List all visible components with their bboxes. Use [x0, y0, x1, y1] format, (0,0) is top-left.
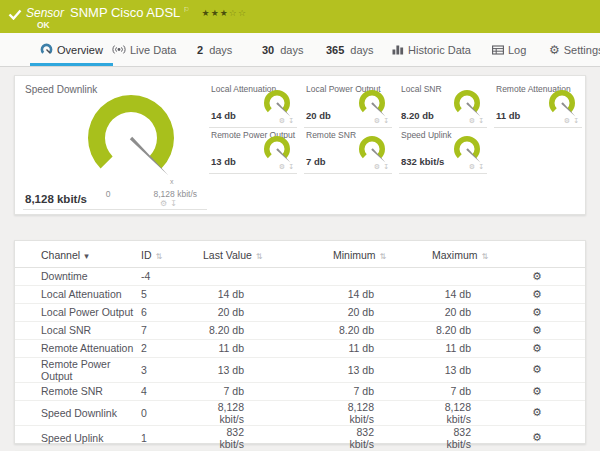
tab-30-days[interactable]: 30 days — [262, 33, 304, 66]
cell-minimum: 8,128 kbit/s — [333, 400, 432, 425]
column-header-minimum[interactable]: Minimum — [333, 243, 432, 267]
gauge-settings-icon[interactable] — [564, 117, 570, 125]
cell-channel: Remote Power Output — [15, 357, 141, 382]
tab-365-days[interactable]: 365 days — [326, 33, 374, 66]
gauge-settings-icon[interactable] — [469, 117, 475, 125]
priority-stars[interactable]: ★★★☆☆ — [202, 8, 247, 18]
prtg-sensor-page: Sensor SNMP Cisco ADSL ★★★☆☆ OK Overview… — [0, 0, 600, 451]
channel-settings-icon[interactable] — [532, 270, 542, 283]
gauge-pin-icon[interactable] — [478, 163, 484, 171]
sort-icon — [256, 252, 263, 261]
channel-table-card: Channel ID Last Value Minimum Maximum Do… — [14, 240, 586, 444]
sensor-title: SNMP Cisco ADSL — [70, 5, 180, 20]
cell-last-value: 832 kbit/s — [203, 425, 333, 450]
column-header-actions — [520, 243, 585, 267]
gauge-pin-icon[interactable] — [170, 199, 177, 208]
cell-minimum: 20 db — [333, 303, 432, 321]
gauge-scale-min: 0 — [99, 189, 117, 199]
sort-icon — [156, 252, 163, 261]
main-gauge-value: 8,128 kbit/s — [25, 193, 87, 205]
cell-id: 2 — [141, 339, 203, 357]
channel-settings-icon[interactable] — [532, 342, 542, 355]
cell-id: 6 — [141, 303, 203, 321]
gauge-settings-icon[interactable] — [279, 163, 285, 171]
cell-minimum: 7 db — [333, 382, 432, 400]
gauge-settings-icon[interactable] — [469, 163, 475, 171]
channel-settings-icon[interactable] — [532, 385, 542, 398]
sort-desc-icon — [84, 252, 89, 261]
table-header-row: Channel ID Last Value Minimum Maximum — [15, 243, 585, 267]
column-header-last-value[interactable]: Last Value — [203, 243, 333, 267]
cell-last-value: 8,128 kbit/s — [203, 400, 333, 425]
cell-minimum: 14 db — [333, 285, 432, 303]
stars-empty: ☆☆ — [229, 8, 247, 18]
channel-settings-icon[interactable] — [532, 324, 542, 337]
table-row-speed-downlink: Speed Downlink 0 8,128 kbit/s 8,128 kbit… — [15, 400, 585, 425]
gauge-title: Remote SNR — [306, 130, 356, 140]
gauge-settings-icon[interactable] — [279, 117, 285, 125]
cell-maximum: 11 db — [432, 339, 520, 357]
cell-last-value: 14 db — [203, 285, 333, 303]
channel-table: Channel ID Last Value Minimum Maximum Do… — [15, 243, 585, 451]
gauge-cell-local-attenuation: Local Attenuation 14 db — [209, 84, 297, 128]
gauge-pin-icon[interactable] — [383, 163, 389, 171]
tab-label: Overview — [57, 44, 103, 56]
gauge-value: 7 db — [306, 156, 326, 167]
stars-filled: ★★★ — [202, 8, 229, 18]
tab-log[interactable]: Log — [492, 33, 526, 66]
channel-settings-icon[interactable] — [532, 288, 542, 301]
tab-label: Log — [508, 44, 526, 56]
table-row-remote-power-output: Remote Power Output 3 13 db 13 db 13 db — [15, 357, 585, 382]
cell-channel: Remote Attenuation — [15, 339, 141, 357]
gauge-cell-local-power-output: Local Power Output 20 db — [304, 84, 392, 128]
cell-minimum — [333, 267, 432, 285]
gauge-value: 13 db — [211, 156, 236, 167]
table-row-local-power-output: Local Power Output 6 20 db 20 db 20 db — [15, 303, 585, 321]
gauge-cell-remote-snr: Remote SNR 7 db — [304, 130, 392, 174]
cell-maximum: 8.20 db — [432, 321, 520, 339]
tab-bar: Overview Live Data 2 days 30 days 365 da… — [0, 33, 600, 67]
column-header-id[interactable]: ID — [141, 243, 203, 267]
gauge-pin-icon[interactable] — [478, 117, 484, 125]
tab-settings[interactable]: Settings — [549, 33, 600, 66]
log-table-icon — [492, 45, 504, 55]
tab-label: days — [209, 44, 232, 56]
channel-settings-icon[interactable] — [532, 363, 542, 376]
gauge-pin-icon[interactable] — [573, 117, 579, 125]
tab-number: 30 — [262, 44, 274, 56]
tab-label: Live Data — [130, 44, 176, 56]
cell-last-value: 7 db — [203, 382, 333, 400]
tab-historic-data[interactable]: Historic Data — [392, 33, 471, 66]
gauge-settings-icon[interactable] — [160, 199, 167, 208]
gauge-cell-remote-power-output: Remote Power Output 13 db — [209, 130, 297, 174]
tab-number: 2 — [197, 44, 203, 56]
gauge-max-marker: x — [170, 178, 174, 185]
gauge-settings-icon[interactable] — [374, 163, 380, 171]
gauge-value: 8.20 db — [401, 110, 434, 121]
cell-minimum: 8.20 db — [333, 321, 432, 339]
cell-channel: Downtime — [15, 267, 141, 285]
tab-live-data[interactable]: Live Data — [112, 33, 176, 66]
column-header-maximum[interactable]: Maximum — [432, 243, 520, 267]
channel-settings-icon[interactable] — [532, 406, 542, 419]
tab-label: Historic Data — [408, 44, 471, 56]
tab-number: 365 — [326, 44, 344, 56]
gauge-pin-icon[interactable] — [288, 163, 294, 171]
cell-id: 7 — [141, 321, 203, 339]
channel-settings-icon[interactable] — [532, 431, 542, 444]
gauge-pin-icon[interactable] — [288, 117, 294, 125]
cell-last-value: 8.20 db — [203, 321, 333, 339]
column-header-channel[interactable]: Channel — [15, 243, 141, 267]
cell-channel: Remote SNR — [15, 382, 141, 400]
table-row-remote-snr: Remote SNR 4 7 db 7 db 7 db — [15, 382, 585, 400]
cell-channel: Speed Uplink — [15, 425, 141, 450]
gauge-settings-icon[interactable] — [374, 117, 380, 125]
tab-2-days[interactable]: 2 days — [197, 33, 232, 66]
gauge-title: Local SNR — [401, 84, 442, 94]
sort-icon — [380, 252, 387, 261]
channel-settings-icon[interactable] — [532, 306, 542, 319]
tab-overview[interactable]: Overview — [40, 33, 103, 66]
sensor-type-label: Sensor — [26, 6, 64, 20]
gauge-pin-icon[interactable] — [383, 117, 389, 125]
cell-id: 4 — [141, 382, 203, 400]
